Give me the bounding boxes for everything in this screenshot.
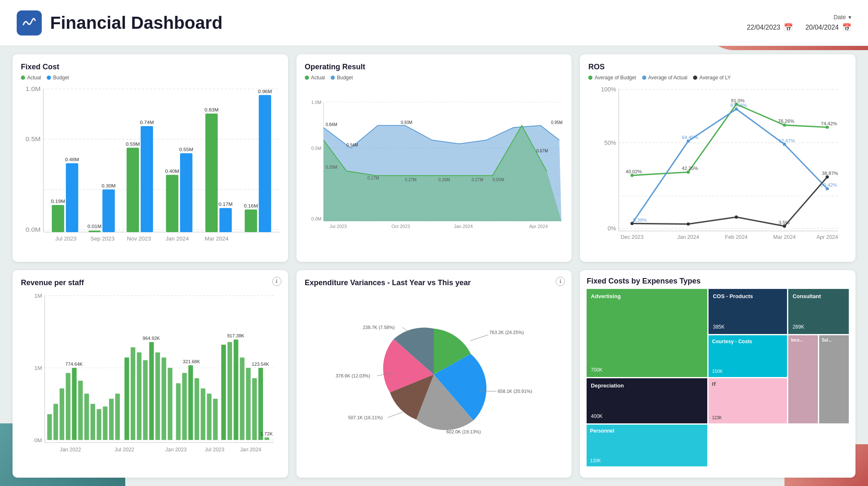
svg-text:62.47%: 62.47% [779,138,795,143]
header-left: Financial Dashboard [17,10,223,35]
treemap: Advertising 700K COS - Products 385K Con… [587,289,849,466]
svg-rect-133 [162,357,166,440]
svg-text:0.67M: 0.67M [536,149,548,153]
svg-text:0.96M: 0.96M [258,89,272,94]
legend-ly: Average of LY [693,75,731,81]
legend-budget: Budget [47,75,69,81]
operating-result-chart: 1.0M 0.5M 0.0M 0.84M 0.94M 0.93M 0.95M [305,84,564,250]
svg-text:Jul 2023: Jul 2023 [205,447,225,453]
svg-rect-119 [78,381,83,440]
svg-text:774.64K: 774.64K [66,362,83,367]
svg-text:0.93M: 0.93M [401,120,412,125]
svg-rect-16 [102,190,115,232]
svg-text:0.05M: 0.05M [492,177,504,182]
svg-text:3.5%: 3.5% [779,220,790,225]
svg-text:378.6K (12.03%): 378.6K (12.03%) [336,373,370,378]
svg-text:658.1K (20.91%): 658.1K (20.91%) [498,389,532,394]
svg-rect-150 [258,368,263,440]
svg-rect-144 [228,342,232,440]
svg-rect-132 [155,352,160,440]
treemap-consultant: Consultant 289K [788,289,849,334]
info-icon-exp[interactable]: ℹ [556,277,565,286]
svg-point-93 [783,143,786,146]
svg-text:Jul 2023: Jul 2023 [55,236,76,242]
pie-chart: 763.2K (24.25%) 658.1K (20.91%) 602.0K (… [305,291,564,458]
expenditure-variances-card: ℹ Expenditure Variances - Last Year vs T… [296,270,572,478]
ros-legend: Average of Budget Average of Actual Aver… [588,75,847,81]
svg-text:0.59M: 0.59M [126,142,140,147]
svg-text:42.25%: 42.25% [682,166,698,171]
date-from[interactable]: 22/04/2023 📅 [747,23,793,32]
svg-rect-11 [66,163,78,232]
legend-actual: Actual [305,75,325,81]
ros-chart: 100% 50% 0% 40.02% 42.25% 91.0% [588,84,847,250]
treemap-courtesy: Courtesy - Costs 150K [709,335,787,377]
svg-point-92 [735,107,738,111]
svg-rect-135 [176,383,180,440]
svg-text:321.68K: 321.68K [183,359,200,364]
svg-rect-137 [188,365,193,440]
svg-text:0.0M: 0.0M [25,226,40,233]
svg-text:507.1K (16.11%): 507.1K (16.11%) [348,415,383,420]
svg-rect-123 [103,407,107,440]
svg-rect-134 [168,368,172,440]
calendar-icon-to: 📅 [842,23,851,32]
svg-text:Jan 2024: Jan 2024 [166,236,189,242]
svg-text:0.16M: 0.16M [244,204,258,208]
chevron-down-icon: ▾ [848,14,851,20]
svg-rect-14 [89,230,101,232]
svg-text:0.94M: 0.94M [347,143,358,147]
svg-text:1.0M: 1.0M [311,100,321,105]
date-range[interactable]: 22/04/2023 📅 20/04/2024 📅 [747,23,851,32]
svg-text:0.19M: 0.19M [51,199,65,204]
svg-text:123.54K: 123.54K [252,362,269,367]
svg-text:Nov 2023: Nov 2023 [127,236,151,242]
svg-text:0.27M: 0.27M [405,177,417,182]
svg-line-165 [388,412,402,418]
svg-text:964.92K: 964.92K [143,336,160,341]
svg-rect-114 [53,404,58,440]
treemap-advertising: Advertising 700K [587,289,707,377]
svg-text:76.26%: 76.26% [778,119,795,124]
revenue-chart: 1M 1M 0M 774.64K [21,291,280,461]
svg-rect-19 [127,148,139,232]
svg-rect-129 [143,360,148,440]
operating-result-legend: Actual Budget [305,75,564,81]
svg-text:1.0M: 1.0M [25,86,40,92]
svg-rect-145 [234,339,238,440]
svg-text:0.5M: 0.5M [25,136,40,142]
svg-rect-149 [252,378,257,440]
svg-text:Jan 2024: Jan 2024 [240,447,261,453]
info-icon[interactable]: ℹ [272,277,281,286]
svg-text:Mar 2024: Mar 2024 [205,236,228,242]
fixed-cost-chart: 1.0M 0.5M 0.0M 0.19M 0.48M Jul 2023 0.01… [21,84,280,250]
date-to[interactable]: 20/04/2024 📅 [805,23,851,32]
svg-rect-128 [137,352,142,440]
logo-icon [17,10,42,35]
svg-rect-148 [246,368,251,440]
svg-rect-152 [265,438,269,440]
svg-text:763.2K (24.25%): 763.2K (24.25%) [489,330,524,335]
header-right: Date ▾ 22/04/2023 📅 20/04/2024 📅 [747,14,851,32]
calendar-icon-from: 📅 [784,23,793,32]
svg-rect-115 [60,388,64,440]
svg-text:Jul 2023: Jul 2023 [329,224,347,229]
svg-point-96 [687,223,690,226]
svg-rect-24 [166,175,179,232]
operating-result-card: Operating Result Actual Budget 1.0M 0.5M [296,54,572,262]
svg-rect-113 [47,414,52,440]
svg-text:0.17M: 0.17M [367,176,379,180]
svg-text:30.42%: 30.42% [821,182,837,187]
svg-text:Jan 2023: Jan 2023 [165,447,187,453]
fixed-cost-card: Fixed Cost Actual Budget 1.0M 0.5M 0.0 [13,54,288,262]
svg-text:0.74M: 0.74M [140,120,154,125]
treemap-cos-products: COS - Products 385K [709,289,787,334]
svg-text:Jan 2022: Jan 2022 [60,447,81,453]
svg-point-97 [735,215,738,219]
svg-text:0.83M: 0.83M [205,108,219,112]
svg-text:0%: 0% [607,225,616,232]
svg-text:Sep 2023: Sep 2023 [90,236,114,242]
svg-text:0.95M: 0.95M [551,120,562,125]
svg-text:74.42%: 74.42% [821,121,837,126]
svg-text:64.45%: 64.45% [682,135,698,140]
